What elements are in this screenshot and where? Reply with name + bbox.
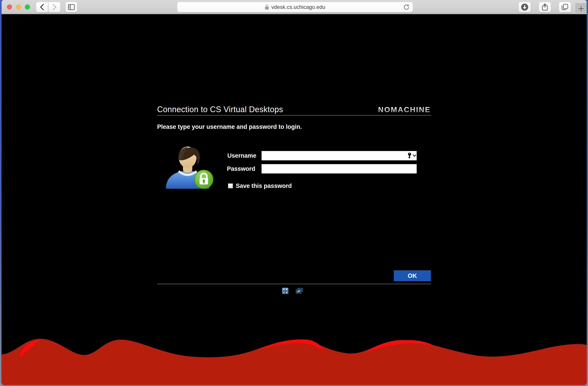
share-button[interactable] [539,2,551,12]
divider-bottom [157,284,431,284]
chevron-down-icon [413,155,416,156]
forward-button[interactable] [48,2,61,12]
red-wave-graphic [1,333,587,385]
zoom-button[interactable] [25,4,30,10]
user-avatar [163,144,214,189]
reload-icon [403,4,410,10]
close-button[interactable] [7,4,12,10]
download-circle-icon [521,3,529,11]
save-password-label[interactable]: Save this password [236,183,292,189]
page-title: Connection to CS Virtual Desktops [157,105,283,114]
lock-icon [265,4,269,10]
password-input[interactable] [262,164,417,173]
address-bar[interactable]: vdesk.cs.uchicago.edu [177,2,413,12]
divider-top [157,115,431,116]
tab-overview-button[interactable] [559,2,571,12]
ok-button[interactable]: OK [394,270,431,281]
sidebar-icon [68,4,75,10]
plus-icon [578,5,585,12]
password-label: Password [227,165,255,172]
nomachine-logo: NOMACHINE [378,105,431,114]
username-combo-icons[interactable] [408,152,417,159]
username-input[interactable] [262,151,417,160]
browser-toolbar: vdesk.cs.uchicago.edu [1,0,587,14]
instruction-text: Please type your username and password t… [157,123,302,130]
new-tab-button[interactable] [575,3,587,14]
share-icon [542,3,548,11]
downloads-button[interactable] [519,2,531,12]
minimize-button[interactable] [16,4,21,10]
chevron-left-icon [40,4,44,10]
url-text: vdesk.cs.uchicago.edu [271,4,325,10]
username-label: Username [227,152,256,159]
fullscreen-icon[interactable] [282,288,288,294]
multi-window-icon[interactable] [295,288,303,294]
tabs-icon [561,4,568,10]
back-button[interactable] [36,2,48,12]
key-icon [408,153,411,158]
browser-window: vdesk.cs.uchicago.edu [1,0,587,385]
sidebar-toggle-button[interactable] [65,2,77,12]
save-password-checkbox[interactable] [228,183,233,188]
chevron-right-icon [52,4,57,10]
reload-button[interactable] [403,4,410,10]
